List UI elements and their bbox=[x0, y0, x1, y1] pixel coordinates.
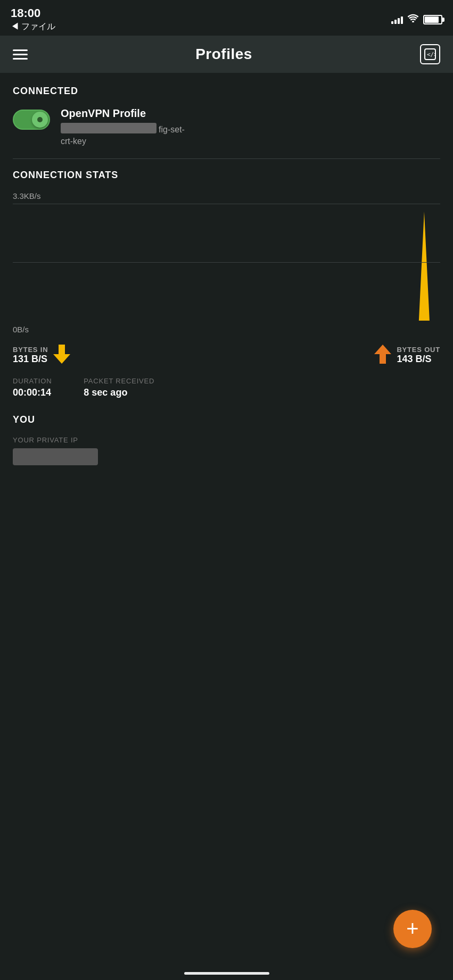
bytes-in-value: 131 B/S bbox=[13, 354, 48, 365]
status-time: 18:00 bbox=[11, 6, 55, 20]
battery-icon bbox=[423, 15, 442, 24]
you-header: YOU bbox=[13, 414, 440, 425]
stats-section: CONNECTION STATS 3.3KB/s 0B/s BYTES IN 1… bbox=[13, 170, 440, 398]
bytes-out-item: BYTES OUT 143 B/S bbox=[374, 345, 440, 366]
connected-section: CONNECTED OpenVPN Profile fig-set-crt-ke… bbox=[13, 86, 440, 148]
packet-label: PACKET RECEIVED bbox=[84, 377, 154, 385]
profile-row: OpenVPN Profile fig-set-crt-key bbox=[13, 107, 440, 148]
private-ip-value bbox=[13, 448, 98, 465]
duration-label: DURATION bbox=[13, 377, 52, 385]
section-divider bbox=[13, 158, 440, 159]
profile-info: OpenVPN Profile fig-set-crt-key bbox=[61, 107, 440, 148]
status-right bbox=[391, 14, 442, 25]
bytes-out-label: BYTES OUT bbox=[397, 346, 440, 354]
wifi-icon bbox=[407, 14, 419, 25]
add-profile-fab[interactable]: + bbox=[393, 910, 432, 948]
speed-top-label: 3.3KB/s bbox=[13, 191, 440, 200]
bytes-in-arrow-icon bbox=[53, 345, 70, 366]
add-icon: + bbox=[406, 918, 418, 939]
bytes-in-item: BYTES IN 131 B/S bbox=[13, 345, 70, 366]
vpn-toggle[interactable] bbox=[13, 110, 50, 130]
chart-grid-top bbox=[13, 204, 440, 204]
signal-icon bbox=[391, 15, 403, 24]
svg-marker-3 bbox=[414, 212, 440, 321]
bytes-out-arrow-icon bbox=[374, 345, 391, 366]
profile-detail: fig-set-crt-key bbox=[61, 123, 440, 148]
svg-point-0 bbox=[412, 21, 414, 22]
home-indicator bbox=[184, 972, 269, 975]
status-left: 18:00 ◀ ファイル bbox=[11, 6, 55, 32]
duration-item: DURATION 00:00:14 bbox=[13, 377, 52, 398]
bytes-out-value: 143 B/S bbox=[397, 354, 440, 365]
you-section: YOU YOUR PRIVATE IP bbox=[13, 414, 440, 465]
meta-row: DURATION 00:00:14 PACKET RECEIVED 8 sec … bbox=[13, 377, 440, 398]
bytes-in-info: BYTES IN 131 B/S bbox=[13, 346, 48, 365]
duration-value: 00:00:14 bbox=[13, 387, 52, 398]
chart-grid-mid bbox=[13, 262, 440, 263]
bytes-in-label: BYTES IN bbox=[13, 346, 48, 354]
hamburger-menu-button[interactable] bbox=[13, 49, 28, 60]
connected-header: CONNECTED bbox=[13, 86, 440, 97]
private-ip-label: YOUR PRIVATE IP bbox=[13, 436, 440, 444]
bytes-out-info: BYTES OUT 143 B/S bbox=[397, 346, 440, 365]
status-bar: 18:00 ◀ ファイル bbox=[0, 0, 453, 36]
connection-chart bbox=[13, 204, 440, 321]
svg-marker-4 bbox=[53, 345, 70, 364]
main-content: CONNECTED OpenVPN Profile fig-set-crt-ke… bbox=[0, 73, 453, 545]
status-back[interactable]: ◀ ファイル bbox=[11, 21, 55, 32]
page-title: Profiles bbox=[195, 46, 252, 63]
speed-bottom-label: 0B/s bbox=[13, 325, 440, 334]
packet-value: 8 sec ago bbox=[84, 387, 154, 398]
profile-name: OpenVPN Profile bbox=[61, 107, 440, 120]
stats-header: CONNECTION STATS bbox=[13, 170, 440, 181]
bytes-stats-row: BYTES IN 131 B/S BYTES OUT 143 B bbox=[13, 345, 440, 366]
toolbar: Profiles </> bbox=[0, 36, 453, 73]
profile-detail-blurred bbox=[61, 123, 157, 133]
toggle-knob bbox=[32, 112, 48, 128]
code-button[interactable]: </> bbox=[420, 44, 440, 64]
svg-text:</>: </> bbox=[427, 51, 436, 58]
packet-received-item: PACKET RECEIVED 8 sec ago bbox=[84, 377, 154, 398]
svg-marker-5 bbox=[374, 345, 391, 364]
